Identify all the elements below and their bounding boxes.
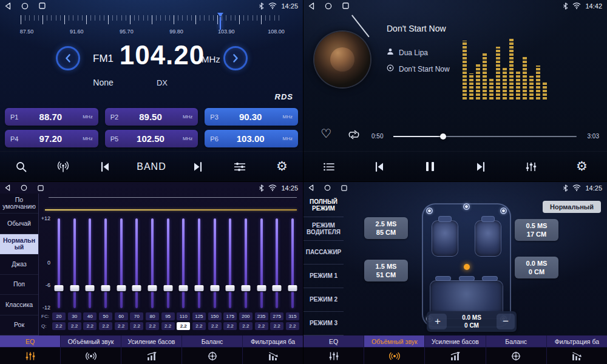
favorite-button[interactable]: ♡ [320, 126, 331, 141]
home-circle-icon[interactable] [325, 2, 332, 10]
delay-rear-right[interactable]: 0.0 MS 0 CM [515, 257, 558, 278]
radio-preset-button[interactable]: P497.20MHz [5, 130, 98, 147]
tab-filter[interactable]: Фильтрация ба [243, 335, 303, 364]
eq-preset-item[interactable]: Классика [0, 295, 38, 315]
eq-band-slider[interactable] [83, 218, 97, 308]
eq-band-slider[interactable] [99, 218, 112, 308]
eq-master-slider[interactable] [45, 209, 297, 211]
eq-band-slider[interactable] [130, 218, 143, 308]
radio-preset-button[interactable]: P5102.50MHz [105, 130, 198, 147]
eq-preset-item[interactable]: Обычай [0, 214, 38, 234]
eq-band-slider[interactable] [223, 218, 237, 308]
playlist-button[interactable] [319, 162, 339, 172]
tab-filter[interactable]: Фильтрация ба [547, 335, 607, 364]
eq-band-slider[interactable] [68, 218, 81, 308]
tune-up-button[interactable] [223, 46, 248, 70]
home-circle-icon[interactable] [324, 184, 331, 191]
radio-preset-button[interactable]: P390.30MHz [205, 108, 298, 126]
tune-down-button[interactable] [56, 46, 80, 70]
back-icon[interactable] [308, 184, 314, 191]
slider-handle[interactable] [226, 285, 235, 291]
tab-surround-sound[interactable]: Объёмный звук [61, 335, 121, 364]
radio-preset-button[interactable]: P6103.00MHz [205, 130, 298, 147]
surround-mode-item[interactable]: РЕЖИМ ВОДИТЕЛЯ [304, 217, 344, 241]
pause-button[interactable] [419, 162, 440, 171]
eq-preset-item[interactable]: Рок [0, 315, 38, 335]
repeat-button[interactable] [347, 130, 361, 142]
eq-preset-item[interactable]: Нормальный [0, 234, 38, 254]
broadcast-scan-button[interactable] [53, 161, 73, 173]
recents-square-icon[interactable] [342, 2, 349, 9]
eq-band-slider[interactable] [239, 218, 253, 308]
recents-square-icon[interactable] [341, 185, 347, 191]
tab-bass-boost[interactable]: Усиление басов [121, 335, 182, 364]
eq-band-slider[interactable] [115, 218, 128, 308]
progress-knob[interactable] [440, 133, 446, 140]
band-button[interactable]: BAND [137, 161, 166, 172]
next-station-button[interactable] [188, 161, 208, 172]
tab-eq[interactable]: EQ [304, 335, 364, 364]
eq-band-slider[interactable] [161, 218, 175, 308]
surround-mode-item[interactable]: ПАССАЖИР [304, 241, 344, 265]
slider-handle[interactable] [288, 285, 297, 291]
delay-increase-button[interactable]: + [429, 314, 447, 329]
eq-band-slider[interactable] [286, 218, 299, 308]
delay-front-left[interactable]: 2.5 MS 85 CM [364, 217, 408, 239]
slider-handle[interactable] [86, 285, 95, 291]
eq-band-slider[interactable] [270, 218, 283, 308]
back-icon[interactable] [5, 184, 10, 191]
sound-profile-button[interactable]: Нормальный [543, 201, 601, 213]
radio-preset-button[interactable]: P289.50MHz [105, 108, 198, 126]
slider-handle[interactable] [241, 285, 250, 291]
eq-band-slider[interactable] [255, 218, 268, 308]
slider-handle[interactable] [163, 285, 172, 291]
recents-square-icon[interactable] [39, 2, 46, 9]
tab-eq[interactable]: EQ [0, 335, 61, 364]
slider-handle[interactable] [101, 285, 110, 291]
surround-mode-item[interactable]: РЕЖИМ 2 [304, 288, 344, 312]
radio-preset-button[interactable]: P188.70MHz [5, 108, 98, 126]
search-station-button[interactable] [11, 161, 32, 173]
back-icon[interactable] [308, 2, 314, 10]
slider-handle[interactable] [70, 285, 79, 291]
surround-mode-item[interactable]: ПОЛНЫЙ РЕЖИМ [304, 194, 344, 217]
previous-station-button[interactable] [95, 161, 115, 172]
equalizer-settings-button[interactable] [229, 161, 250, 172]
tab-bass-boost[interactable]: Усиление басов [425, 335, 486, 364]
delay-front-right[interactable]: 0.5 MS 17 CM [515, 219, 558, 241]
frequency-ruler[interactable] [21, 15, 282, 26]
listening-position-dot[interactable] [464, 264, 470, 270]
recents-square-icon[interactable] [38, 185, 44, 191]
slider-handle[interactable] [148, 285, 157, 291]
eq-preset-item[interactable]: По умолчанию [0, 194, 38, 214]
eq-preset-item[interactable]: Джаз [0, 254, 38, 274]
eq-band-slider[interactable] [146, 218, 159, 308]
slider-handle[interactable] [210, 285, 219, 291]
eq-preset-item[interactable]: Поп [0, 275, 38, 295]
eq-band-slider[interactable] [192, 218, 206, 308]
slider-handle[interactable] [194, 285, 203, 291]
surround-mode-item[interactable]: РЕЖИМ 1 [304, 265, 344, 288]
delay-decrease-button[interactable]: − [497, 314, 515, 329]
back-icon[interactable] [5, 2, 11, 10]
delay-rear-left[interactable]: 1.5 MS 51 CM [364, 260, 408, 281]
slider-handle[interactable] [179, 285, 188, 291]
settings-button[interactable]: ⚙ [271, 160, 292, 173]
tab-surround-sound[interactable]: Объёмный звук [364, 335, 425, 364]
settings-button[interactable]: ⚙ [571, 160, 592, 173]
tab-balance[interactable]: Баланс [182, 335, 243, 364]
home-circle-icon[interactable] [21, 184, 27, 191]
home-circle-icon[interactable] [21, 2, 29, 10]
slider-handle[interactable] [273, 285, 282, 291]
slider-handle[interactable] [257, 285, 266, 291]
slider-handle[interactable] [117, 285, 126, 291]
passenger-seat[interactable] [475, 220, 501, 257]
next-track-button[interactable] [470, 161, 491, 172]
slider-handle[interactable] [132, 285, 141, 291]
slider-handle[interactable] [55, 285, 64, 291]
surround-mode-item[interactable]: РЕЖИМ 3 [304, 312, 344, 335]
driver-seat[interactable] [432, 220, 458, 257]
eq-band-slider[interactable] [177, 218, 190, 308]
eq-band-slider[interactable] [52, 218, 66, 308]
equalizer-button[interactable] [521, 161, 541, 172]
